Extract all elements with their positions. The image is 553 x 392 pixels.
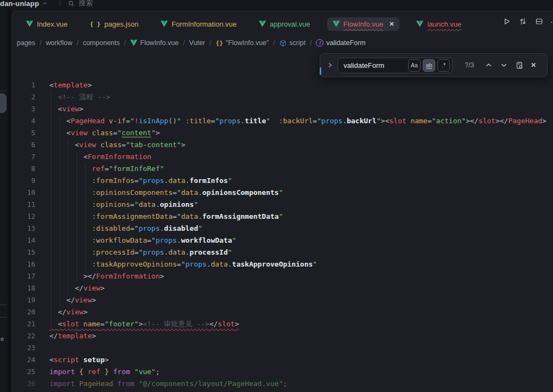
code-line[interactable]: 7 <FormInformation (12, 151, 553, 163)
code-line[interactable]: 14 :workflowData="props.workflowData" (12, 235, 553, 246)
code-area[interactable]: 1<template>2 <!-- 流程 -->3 <view>4 <PageH… (12, 79, 553, 390)
line-number[interactable]: 16 (12, 258, 35, 270)
code-line[interactable]: 11 :opinions="data.opinions" (12, 199, 553, 211)
code-line[interactable]: 26import PageHead from "@/components/lay… (12, 378, 553, 390)
breadcrumb-item-validateform[interactable]: fvalidateForm (316, 39, 365, 47)
breadcrumb-item-flowinfovue[interactable]: {}"FlowInfo.vue" (216, 39, 269, 47)
code-line[interactable]: 5 <view class="content"> (12, 127, 553, 139)
more-actions-button[interactable]: ··· (551, 17, 553, 26)
braces-icon: {} (216, 40, 223, 47)
breadcrumb-item-components[interactable]: components (83, 39, 120, 47)
code-line[interactable]: 1<template> (12, 79, 553, 91)
tab-flowinfo-vue[interactable]: FlowInfo.vue✕ (327, 17, 400, 31)
breadcrumb-separator: / (77, 39, 78, 47)
code-line[interactable]: 24<script setup> (12, 354, 553, 366)
line-number[interactable]: 20 (12, 306, 35, 318)
tab-close-button[interactable]: ✕ (389, 21, 394, 27)
search-icon (68, 0, 75, 7)
line-number[interactable]: 22 (12, 330, 35, 342)
breadcrumb-item-workflow[interactable]: workflow (46, 39, 73, 47)
code-line[interactable]: 25import { ref } from "vue"; (12, 366, 553, 378)
compare-button[interactable] (518, 17, 527, 26)
line-number[interactable]: 1 (12, 79, 35, 91)
code-line[interactable]: 9 :formInfos="props.data.formInfos" (12, 175, 553, 187)
find-resize-sash[interactable] (320, 67, 321, 75)
code-line[interactable]: 8 ref="formInfoRef" (12, 163, 553, 175)
code-line[interactable]: 22</template> (12, 330, 553, 342)
code-line[interactable]: 3 <view> (12, 103, 553, 115)
line-number[interactable]: 19 (12, 294, 35, 306)
tab-index-vue[interactable]: Index.vue (21, 17, 73, 31)
line-number[interactable]: 11 (12, 199, 35, 211)
project-selector[interactable]: dan-uniapp (0, 0, 39, 8)
find-expand-button[interactable] (326, 62, 334, 68)
code-line[interactable]: 17 ></FormInformation> (12, 270, 553, 282)
line-number[interactable]: 15 (12, 246, 35, 258)
breadcrumb-item-vuter[interactable]: Vuter (189, 39, 205, 47)
regex-button[interactable]: .* (437, 59, 450, 72)
line-number[interactable]: 18 (12, 282, 35, 294)
breadcrumb-label: validateForm (326, 39, 365, 47)
line-number[interactable]: 26 (12, 378, 35, 390)
play-icon (503, 17, 511, 26)
match-case-button[interactable]: Aa (408, 59, 421, 72)
find-input-box: Aa ab .* (338, 58, 453, 73)
code-line[interactable]: 19 </view> (12, 294, 553, 306)
code-line[interactable]: 21 <slot name="footer"><!-- 审批意见 --></sl… (12, 318, 553, 330)
vue-icon (333, 21, 340, 27)
find-input[interactable] (344, 61, 406, 69)
code-line[interactable]: 2 <!-- 流程 --> (12, 91, 553, 103)
run-button[interactable] (502, 17, 511, 26)
find-close-button[interactable]: ✕ (531, 61, 536, 69)
code-line[interactable]: 16 :taskApproveOpinions="props.data.task… (12, 258, 553, 270)
breadcrumb-item-script[interactable]: script (279, 39, 306, 47)
breadcrumb-separator: / (124, 39, 126, 47)
whole-word-button[interactable]: ab (423, 59, 435, 72)
line-number[interactable]: 14 (12, 235, 35, 246)
line-number[interactable]: 8 (12, 163, 35, 175)
chevron-up-icon (485, 62, 492, 68)
line-number[interactable]: 7 (12, 151, 35, 163)
code-text: </view> (49, 282, 105, 294)
breadcrumb-separator: / (183, 39, 185, 47)
tab-pages-json[interactable]: { }pages.json (84, 17, 144, 31)
code-text: </view> (49, 294, 96, 306)
line-number[interactable]: 17 (12, 270, 35, 282)
find-next-button[interactable] (500, 62, 507, 68)
breadcrumb-item-flowinfovue[interactable]: FlowInfo.vue (130, 39, 179, 47)
chevron-right-icon (327, 62, 333, 68)
tab-approval-vue[interactable]: approval.vue (253, 17, 315, 31)
tab-launch-vue[interactable]: launch.vue (411, 17, 467, 31)
find-prev-button[interactable] (485, 62, 492, 68)
split-editor-button[interactable] (535, 17, 543, 26)
line-number[interactable]: 25 (12, 366, 35, 378)
line-number[interactable]: 2 (12, 91, 35, 103)
find-in-selection-button[interactable] (516, 61, 524, 69)
code-line[interactable]: 18 </view> (12, 282, 553, 294)
code-line[interactable]: 10 :opinionsComponents="data.opinionsCom… (12, 187, 553, 199)
line-number[interactable]: 10 (12, 187, 35, 199)
code-line[interactable]: 15 :processId="props.data.processId" (12, 246, 553, 258)
line-number[interactable]: 3 (12, 103, 35, 115)
line-number[interactable]: 4 (12, 115, 35, 127)
line-number[interactable]: 23 (12, 342, 35, 354)
code-line[interactable]: 4 <PageHead v-if="!isInApp()" :title="pr… (12, 115, 553, 127)
search-placeholder: 搜索 (79, 0, 93, 8)
line-number[interactable]: 24 (12, 354, 35, 366)
line-number[interactable]: 9 (12, 175, 35, 187)
code-line[interactable]: 12 :formAssignmentData="data.formAssignm… (12, 211, 553, 223)
code-line[interactable]: 20 </view> (12, 306, 553, 318)
breadcrumb-label: script (289, 39, 306, 47)
code-line[interactable]: 23 (12, 342, 553, 354)
sidebar-handle[interactable] (0, 93, 7, 113)
line-number[interactable]: 21 (12, 318, 35, 330)
global-search-box[interactable]: 搜索 (68, 0, 93, 8)
code-line[interactable]: 13 :disabled="props.disabled" (12, 223, 553, 235)
line-number[interactable]: 6 (12, 139, 35, 151)
code-line[interactable]: 6 <view class="tab-content"> (12, 139, 553, 151)
breadcrumb-item-pages[interactable]: pages (17, 39, 35, 47)
tab-forminformation-vue[interactable]: FormInformation.vue (155, 17, 242, 31)
line-number[interactable]: 5 (12, 127, 35, 139)
line-number[interactable]: 13 (12, 223, 35, 235)
line-number[interactable]: 12 (12, 211, 35, 223)
